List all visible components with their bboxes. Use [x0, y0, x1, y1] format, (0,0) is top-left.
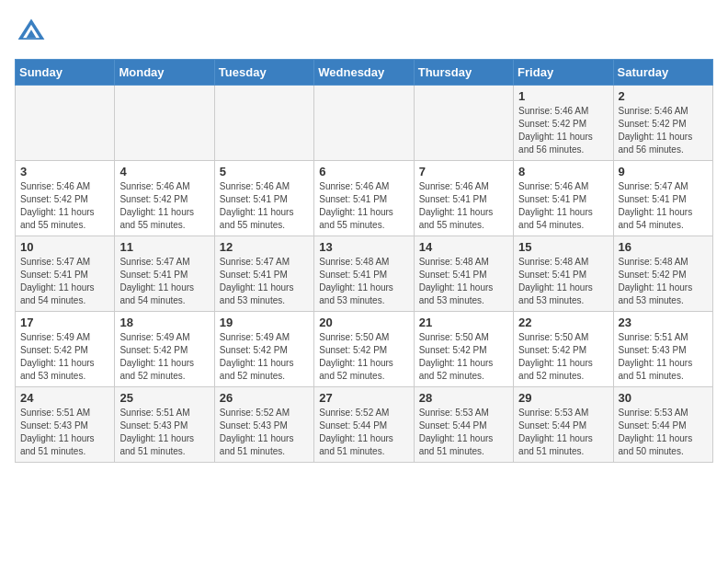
weekday-header: Wednesday: [314, 60, 414, 86]
day-number: 22: [518, 316, 608, 329]
weekday-header: Tuesday: [214, 60, 313, 86]
calendar-day-cell: 23Sunrise: 5:51 AM Sunset: 5:43 PM Dayli…: [613, 312, 712, 387]
calendar-day-cell: 15Sunrise: 5:48 AM Sunset: 5:41 PM Dayli…: [514, 236, 613, 312]
calendar-day-cell: 25Sunrise: 5:51 AM Sunset: 5:43 PM Dayli…: [115, 387, 214, 463]
calendar-day-cell: [314, 86, 414, 161]
day-info: Sunrise: 5:47 AM Sunset: 5:41 PM Dayligh…: [119, 256, 209, 307]
calendar-day-cell: [115, 86, 214, 161]
day-number: 11: [119, 240, 209, 254]
weekday-header: Friday: [514, 60, 613, 86]
calendar-day-cell: 28Sunrise: 5:53 AM Sunset: 5:44 PM Dayli…: [414, 387, 513, 463]
calendar-day-cell: 17Sunrise: 5:49 AM Sunset: 5:42 PM Dayli…: [16, 312, 115, 387]
calendar-day-cell: 27Sunrise: 5:52 AM Sunset: 5:44 PM Dayli…: [314, 387, 414, 463]
day-info: Sunrise: 5:46 AM Sunset: 5:42 PM Dayligh…: [619, 105, 708, 156]
calendar-day-cell: 8Sunrise: 5:46 AM Sunset: 5:41 PM Daylig…: [514, 161, 613, 236]
day-number: 24: [20, 391, 109, 405]
day-info: Sunrise: 5:46 AM Sunset: 5:42 PM Dayligh…: [119, 180, 209, 232]
day-info: Sunrise: 5:47 AM Sunset: 5:41 PM Dayligh…: [619, 180, 708, 232]
calendar-day-cell: 2Sunrise: 5:46 AM Sunset: 5:42 PM Daylig…: [613, 86, 712, 161]
day-info: Sunrise: 5:52 AM Sunset: 5:43 PM Dayligh…: [220, 407, 309, 458]
calendar-day-cell: 29Sunrise: 5:53 AM Sunset: 5:44 PM Dayli…: [514, 387, 613, 463]
day-number: 18: [119, 316, 209, 329]
calendar-day-cell: 3Sunrise: 5:46 AM Sunset: 5:42 PM Daylig…: [16, 161, 115, 236]
day-info: Sunrise: 5:48 AM Sunset: 5:41 PM Dayligh…: [319, 256, 408, 307]
calendar-week-row: 24Sunrise: 5:51 AM Sunset: 5:43 PM Dayli…: [16, 387, 713, 463]
day-number: 26: [220, 391, 309, 405]
day-number: 17: [20, 316, 109, 329]
calendar-week-row: 3Sunrise: 5:46 AM Sunset: 5:42 PM Daylig…: [16, 161, 713, 236]
calendar-day-cell: 5Sunrise: 5:46 AM Sunset: 5:41 PM Daylig…: [214, 161, 313, 236]
day-number: 23: [619, 316, 708, 329]
day-number: 7: [419, 165, 508, 178]
calendar-day-cell: 10Sunrise: 5:47 AM Sunset: 5:41 PM Dayli…: [16, 236, 115, 312]
day-info: Sunrise: 5:52 AM Sunset: 5:44 PM Dayligh…: [319, 407, 408, 458]
calendar-day-cell: 19Sunrise: 5:49 AM Sunset: 5:42 PM Dayli…: [214, 312, 313, 387]
calendar-day-cell: 20Sunrise: 5:50 AM Sunset: 5:42 PM Dayli…: [314, 312, 414, 387]
day-number: 3: [20, 165, 109, 178]
calendar-week-row: 10Sunrise: 5:47 AM Sunset: 5:41 PM Dayli…: [16, 236, 713, 312]
calendar-day-cell: 1Sunrise: 5:46 AM Sunset: 5:42 PM Daylig…: [514, 86, 613, 161]
calendar-table: SundayMondayTuesdayWednesdayThursdayFrid…: [15, 59, 713, 463]
calendar-week-row: 17Sunrise: 5:49 AM Sunset: 5:42 PM Dayli…: [16, 312, 713, 387]
calendar-day-cell: 7Sunrise: 5:46 AM Sunset: 5:41 PM Daylig…: [414, 161, 513, 236]
day-number: 14: [419, 240, 508, 254]
weekday-header: Thursday: [414, 60, 513, 86]
day-number: 10: [20, 240, 109, 254]
day-info: Sunrise: 5:53 AM Sunset: 5:44 PM Dayligh…: [619, 407, 708, 458]
day-info: Sunrise: 5:50 AM Sunset: 5:42 PM Dayligh…: [518, 331, 608, 383]
day-number: 19: [220, 316, 309, 329]
day-number: 5: [220, 165, 309, 178]
day-info: Sunrise: 5:46 AM Sunset: 5:42 PM Dayligh…: [20, 180, 109, 232]
calendar-day-cell: 14Sunrise: 5:48 AM Sunset: 5:41 PM Dayli…: [414, 236, 513, 312]
day-info: Sunrise: 5:46 AM Sunset: 5:41 PM Dayligh…: [419, 180, 508, 232]
calendar-day-cell: 13Sunrise: 5:48 AM Sunset: 5:41 PM Dayli…: [314, 236, 414, 312]
weekday-header: Monday: [115, 60, 214, 86]
weekday-header: Saturday: [613, 60, 712, 86]
calendar-day-cell: 9Sunrise: 5:47 AM Sunset: 5:41 PM Daylig…: [613, 161, 712, 236]
day-info: Sunrise: 5:53 AM Sunset: 5:44 PM Dayligh…: [518, 407, 608, 458]
logo-icon: [15, 15, 48, 48]
day-number: 1: [518, 89, 608, 103]
day-number: 28: [419, 391, 508, 405]
calendar-day-cell: 22Sunrise: 5:50 AM Sunset: 5:42 PM Dayli…: [514, 312, 613, 387]
calendar-week-row: 1Sunrise: 5:46 AM Sunset: 5:42 PM Daylig…: [16, 86, 713, 161]
day-number: 9: [619, 165, 708, 178]
day-info: Sunrise: 5:49 AM Sunset: 5:42 PM Dayligh…: [220, 331, 309, 383]
day-info: Sunrise: 5:47 AM Sunset: 5:41 PM Dayligh…: [220, 256, 309, 307]
day-number: 27: [319, 391, 408, 405]
calendar-day-cell: [214, 86, 313, 161]
day-info: Sunrise: 5:49 AM Sunset: 5:42 PM Dayligh…: [20, 331, 109, 383]
calendar-day-cell: 4Sunrise: 5:46 AM Sunset: 5:42 PM Daylig…: [115, 161, 214, 236]
day-number: 15: [518, 240, 608, 254]
calendar-day-cell: 26Sunrise: 5:52 AM Sunset: 5:43 PM Dayli…: [214, 387, 313, 463]
day-number: 21: [419, 316, 508, 329]
day-info: Sunrise: 5:53 AM Sunset: 5:44 PM Dayligh…: [419, 407, 508, 458]
logo: [15, 15, 53, 48]
calendar-day-cell: 24Sunrise: 5:51 AM Sunset: 5:43 PM Dayli…: [16, 387, 115, 463]
calendar-day-cell: 18Sunrise: 5:49 AM Sunset: 5:42 PM Dayli…: [115, 312, 214, 387]
day-info: Sunrise: 5:50 AM Sunset: 5:42 PM Dayligh…: [319, 331, 408, 383]
day-info: Sunrise: 5:48 AM Sunset: 5:41 PM Dayligh…: [419, 256, 508, 307]
day-number: 12: [220, 240, 309, 254]
day-number: 20: [319, 316, 408, 329]
day-number: 8: [518, 165, 608, 178]
calendar-day-cell: 11Sunrise: 5:47 AM Sunset: 5:41 PM Dayli…: [115, 236, 214, 312]
day-number: 4: [119, 165, 209, 178]
day-info: Sunrise: 5:50 AM Sunset: 5:42 PM Dayligh…: [419, 331, 508, 383]
day-info: Sunrise: 5:48 AM Sunset: 5:42 PM Dayligh…: [619, 256, 708, 307]
day-number: 16: [619, 240, 708, 254]
page-header: [15, 15, 713, 48]
day-info: Sunrise: 5:49 AM Sunset: 5:42 PM Dayligh…: [119, 331, 209, 383]
day-info: Sunrise: 5:48 AM Sunset: 5:41 PM Dayligh…: [518, 256, 608, 307]
day-number: 25: [119, 391, 209, 405]
day-info: Sunrise: 5:46 AM Sunset: 5:41 PM Dayligh…: [518, 180, 608, 232]
day-info: Sunrise: 5:51 AM Sunset: 5:43 PM Dayligh…: [20, 407, 109, 458]
day-info: Sunrise: 5:47 AM Sunset: 5:41 PM Dayligh…: [20, 256, 109, 307]
day-number: 13: [319, 240, 408, 254]
weekday-header: Sunday: [16, 60, 115, 86]
calendar-day-cell: 30Sunrise: 5:53 AM Sunset: 5:44 PM Dayli…: [613, 387, 712, 463]
calendar-header-row: SundayMondayTuesdayWednesdayThursdayFrid…: [16, 60, 713, 86]
calendar-day-cell: 16Sunrise: 5:48 AM Sunset: 5:42 PM Dayli…: [613, 236, 712, 312]
day-info: Sunrise: 5:46 AM Sunset: 5:41 PM Dayligh…: [319, 180, 408, 232]
day-number: 2: [619, 89, 708, 103]
